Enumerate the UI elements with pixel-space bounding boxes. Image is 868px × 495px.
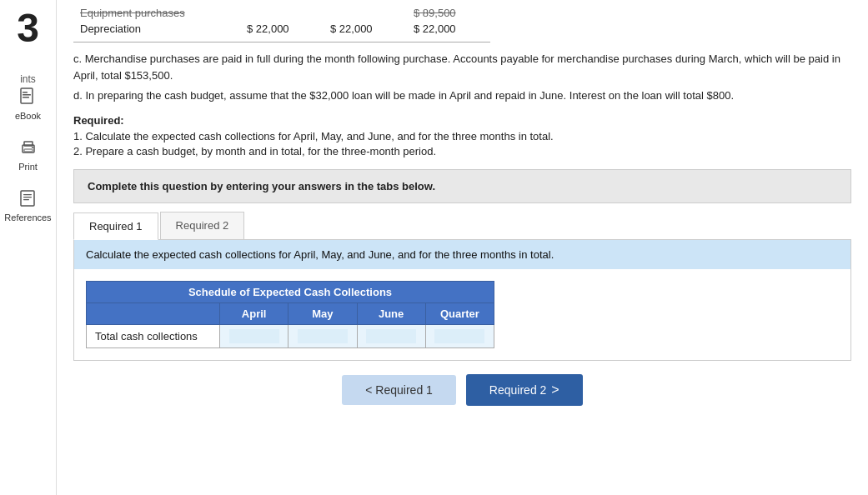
equipment-may — [324, 5, 407, 21]
depreciation-jun: $ 22,000 — [407, 21, 490, 37]
chevron-right-icon: > — [551, 382, 559, 398]
top-table: Equipment purchases $ 89,500 Depreciatio… — [73, 0, 851, 42]
col-june: June — [357, 303, 425, 325]
book-icon — [16, 85, 39, 108]
input-total-jun[interactable] — [366, 329, 416, 343]
depreciation-apr: $ 22,000 — [240, 21, 324, 37]
cell-total-may[interactable] — [288, 325, 357, 348]
print-icon — [17, 136, 40, 159]
tab-bar: Required 1 Required 2 — [73, 212, 851, 240]
tab-content: Calculate the expected cash collections … — [73, 240, 851, 361]
sidebar: 3 ints eBook Print — [0, 0, 57, 495]
page-number: 3 — [17, 8, 39, 48]
instruction-c: c. Merchandise purchases are paid in ful… — [73, 51, 851, 84]
col-empty — [87, 303, 220, 325]
equipment-apr — [240, 5, 324, 21]
svg-rect-10 — [23, 197, 32, 198]
instruction-d: d. In preparing the cash budget, assume … — [73, 88, 851, 104]
svg-rect-5 — [24, 142, 33, 146]
cell-total-quarter[interactable] — [425, 325, 494, 348]
ref-icon — [16, 187, 39, 210]
input-total-quarter[interactable] — [434, 329, 484, 343]
required-item-2: 2. Prepare a cash budget, by month and i… — [73, 145, 851, 158]
svg-point-7 — [32, 147, 33, 148]
depreciation-may: $ 22,000 — [324, 21, 407, 37]
sidebar-item-print[interactable]: Print — [17, 136, 40, 172]
input-total-apr[interactable] — [229, 329, 279, 343]
bottom-nav: < Required 1 Required 2 > — [73, 374, 851, 406]
required-section: Required: 1. Calculate the expected cash… — [73, 114, 851, 158]
col-may: May — [288, 303, 357, 325]
instructions: c. Merchandise purchases are paid in ful… — [73, 51, 851, 104]
tab-required-1[interactable]: Required 1 — [73, 212, 158, 240]
info-banner-text: Complete this question by entering your … — [88, 180, 435, 192]
cell-total-jun[interactable] — [357, 325, 425, 348]
ebook-label: eBook — [15, 111, 41, 121]
svg-rect-11 — [23, 199, 29, 200]
sidebar-item-ebook[interactable]: eBook — [15, 85, 41, 121]
row-label-total: Total cash collections — [87, 325, 220, 348]
table-row: Total cash collections — [87, 325, 494, 348]
svg-rect-8 — [21, 191, 34, 206]
schedule-title: Schedule of Expected Cash Collections — [87, 282, 494, 303]
sidebar-item-references[interactable]: References — [4, 187, 51, 222]
references-label: References — [4, 212, 51, 222]
required-title: Required: — [73, 114, 851, 127]
required-item-1: 1. Calculate the expected cash collectio… — [73, 130, 851, 142]
info-banner: Complete this question by entering your … — [73, 169, 851, 203]
main-content: Equipment purchases $ 89,500 Depreciatio… — [57, 0, 868, 495]
svg-rect-0 — [21, 88, 33, 103]
svg-rect-3 — [23, 97, 29, 98]
svg-rect-9 — [23, 194, 32, 195]
print-label: Print — [18, 162, 38, 172]
prev-button[interactable]: < Required 1 — [342, 375, 456, 405]
schedule-wrap: Schedule of Expected Cash Collections Ap… — [74, 269, 850, 360]
table-row: Depreciation $ 22,000 $ 22,000 $ 22,000 — [73, 21, 490, 37]
cell-total-apr[interactable] — [220, 325, 288, 348]
tab-required-2[interactable]: Required 2 — [160, 212, 245, 239]
schedule-table: Schedule of Expected Cash Collections Ap… — [86, 281, 494, 348]
col-april: April — [220, 303, 288, 325]
ints-label: ints — [20, 73, 36, 85]
equipment-jun: $ 89,500 — [407, 5, 490, 21]
input-total-may[interactable] — [298, 329, 348, 343]
svg-rect-1 — [23, 92, 28, 93]
equipment-label: Equipment purchases — [73, 5, 240, 21]
svg-rect-2 — [23, 94, 31, 96]
col-quarter: Quarter — [425, 303, 494, 325]
table-row: Equipment purchases $ 89,500 — [73, 5, 490, 21]
svg-rect-6 — [24, 149, 33, 152]
depreciation-label: Depreciation — [73, 21, 240, 37]
next-button[interactable]: Required 2 > — [466, 374, 583, 406]
tab-description: Calculate the expected cash collections … — [74, 240, 850, 269]
